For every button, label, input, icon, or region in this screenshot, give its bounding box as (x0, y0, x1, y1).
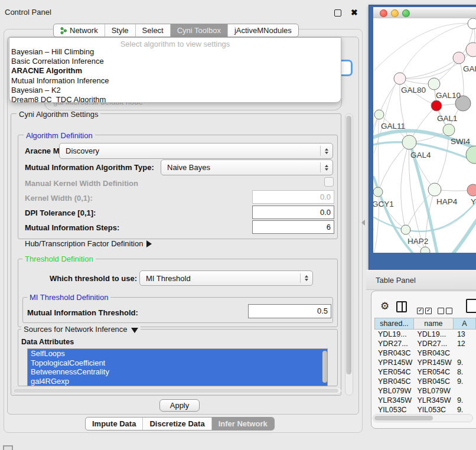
table-hscrollbar[interactable] (373, 414, 473, 422)
table-hscrollbar-thumb[interactable] (374, 416, 433, 420)
tab-select[interactable]: Select (135, 24, 170, 37)
network-node-label: GAL1 (437, 114, 458, 123)
settings-scrollbar[interactable] (345, 113, 353, 396)
algorithm-option[interactable]: Bayesian – Hill Climbing (9, 47, 341, 57)
spinner-icon (320, 146, 332, 156)
deselect-all-icon[interactable] (438, 304, 452, 314)
table-row[interactable]: YIL053CYIL053C9. (374, 405, 476, 415)
table-row[interactable]: YPR145WYPR145W9. (374, 358, 476, 367)
settings-hscrollbar-thumb[interactable] (14, 389, 338, 393)
tab-impute-data[interactable]: Impute Data (86, 418, 142, 430)
splitter-handle[interactable] (361, 220, 365, 226)
network-node-gal11[interactable] (374, 110, 384, 119)
which-threshold-label: Which threshold to use: (50, 274, 137, 283)
table-row[interactable]: YBR043CYBR043C (374, 348, 476, 358)
network-node[interactable] (466, 43, 476, 57)
network-node[interactable] (466, 146, 476, 164)
network-node-gal[interactable] (453, 52, 465, 64)
table-row[interactable]: YER054CYER054C8. (374, 367, 476, 377)
hub-definition-toggle[interactable]: Hub/Transcription Factor Definition (25, 239, 152, 248)
algorithm-option[interactable]: Dream8 DC_TDC Algorithm (9, 95, 341, 103)
data-attributes-list[interactable]: SelfLoopsTopologicalCoefficientBetweenne… (27, 348, 328, 386)
table-cell: YIL053C (374, 405, 413, 415)
algorithm-popup: Select algorithm to view settings Bayesi… (9, 37, 341, 103)
tab-discretize-data[interactable]: Discretize Data (142, 418, 211, 430)
tab-jactivemnodules[interactable]: jActiveMNodules (227, 24, 298, 37)
table-row[interactable]: YBL079WYBL079W (374, 386, 476, 396)
tab-label: Select (142, 26, 164, 35)
algorithm-popup-list: Bayesian – Hill ClimbingBasic Correlatio… (9, 47, 341, 103)
network-window-titlebar[interactable] (373, 7, 476, 19)
network-node-hap2[interactable] (401, 225, 410, 234)
manual-kernel-checkbox[interactable] (324, 177, 334, 187)
network-node-gal10[interactable] (428, 78, 440, 90)
algorithm-option[interactable]: Basic Correlation Inference (9, 57, 341, 66)
select-all-icon[interactable]: ✓✓ (417, 304, 432, 314)
screen: Control Panel ✖ NetworkStyleSelectCyni T… (0, 0, 476, 450)
grid-corner-icon[interactable] (3, 445, 13, 450)
aracne-mode-value: Discovery (60, 146, 320, 155)
column-header[interactable]: shared... (374, 318, 414, 330)
table-row[interactable]: YDL19...YDL19...13 (374, 330, 476, 339)
network-node[interactable] (420, 247, 430, 253)
settings-hscrollbar[interactable] (12, 387, 341, 394)
attributes-scrollbar-thumb[interactable] (322, 351, 327, 383)
aracne-mode-combo[interactable]: Discovery (59, 143, 333, 159)
network-node-swi4[interactable] (443, 124, 455, 136)
expand-right-icon[interactable] (146, 240, 152, 247)
network-node-gal80[interactable] (394, 73, 406, 84)
network-canvas[interactable]: GALGAL80GAL10GAL1GAL11SWI4GAL4HAP4YGCY1H… (373, 18, 476, 253)
network-node-label: GCY1 (373, 200, 394, 208)
column-header[interactable]: A (454, 318, 476, 330)
tab-style[interactable]: Style (105, 24, 135, 37)
mi-steps-field[interactable]: 6 (252, 220, 334, 234)
apply-button[interactable]: Apply (159, 399, 200, 412)
column-header[interactable]: name (414, 318, 454, 330)
network-node-label: GAL10 (436, 91, 461, 100)
mi-threshold-group-title: MI Threshold Definition (27, 293, 110, 302)
network-node[interactable] (468, 18, 476, 29)
tab-network[interactable]: Network (54, 24, 105, 37)
window-zoom-icon[interactable] (402, 9, 410, 17)
table-cell: YDR27... (413, 339, 453, 348)
table-row[interactable]: YBR045CYBR045C9. (374, 377, 476, 386)
table-cell: 9. (454, 396, 476, 405)
network-edge-thick (452, 220, 476, 253)
data-attribute-item[interactable]: BetweennessCentrality (28, 367, 327, 377)
data-attribute-item[interactable]: TopologicalCoefficient (28, 358, 327, 368)
which-threshold-combo[interactable]: MI Threshold (139, 270, 313, 286)
tab-cyni-toolbox[interactable]: Cyni Toolbox (170, 24, 227, 37)
document-icon[interactable] (466, 299, 476, 313)
mi-threshold-field[interactable]: 0.5 (248, 304, 331, 318)
table-row[interactable]: YLR345WYLR345W9. (374, 396, 476, 405)
sources-group-toggle[interactable]: Sources for Network Inference (21, 325, 141, 334)
mi-type-combo[interactable]: Naive Bayes (161, 159, 333, 175)
table-row[interactable]: YDR27...YDR27...12 (374, 339, 476, 348)
float-icon[interactable] (334, 9, 341, 17)
tab-label: Infer Network (219, 419, 268, 428)
collapse-down-icon[interactable] (131, 328, 138, 333)
settings-scrollbar-thumb[interactable] (346, 116, 351, 374)
window-minimize-icon[interactable] (391, 9, 399, 17)
window-close-icon[interactable] (380, 9, 387, 17)
algorithm-option[interactable]: Bayesian – K2 (9, 86, 341, 95)
spinner-icon (320, 162, 332, 173)
network-node-y[interactable] (467, 184, 476, 196)
network-node-hap4[interactable] (428, 183, 441, 196)
table-cell (454, 386, 476, 396)
network-node-gcy1[interactable] (373, 187, 383, 197)
close-icon[interactable]: ✖ (351, 9, 358, 16)
split-columns-icon[interactable] (396, 301, 407, 312)
data-attribute-item[interactable]: SelfLoops (28, 349, 327, 358)
dpi-tolerance-label: DPI Tolerance [0,1]: (25, 208, 96, 217)
network-node-gal1[interactable] (431, 100, 442, 111)
data-attribute-item[interactable]: gal4RGexp (28, 377, 327, 386)
network-node-gal4[interactable] (402, 135, 416, 149)
cyni-bottom-tabbar: Impute DataDiscretize DataInfer Network (85, 417, 275, 431)
algorithm-option[interactable]: Mutual Information Inference (9, 76, 341, 86)
algorithm-option[interactable]: ARACNE Algorithm (9, 66, 341, 76)
threshold-definition-title: Threshold Definition (22, 255, 96, 263)
dpi-tolerance-field[interactable]: 0.0 (252, 206, 334, 219)
gear-icon[interactable]: ⚙ (380, 301, 389, 311)
tab-infer-network[interactable]: Infer Network (211, 418, 274, 430)
